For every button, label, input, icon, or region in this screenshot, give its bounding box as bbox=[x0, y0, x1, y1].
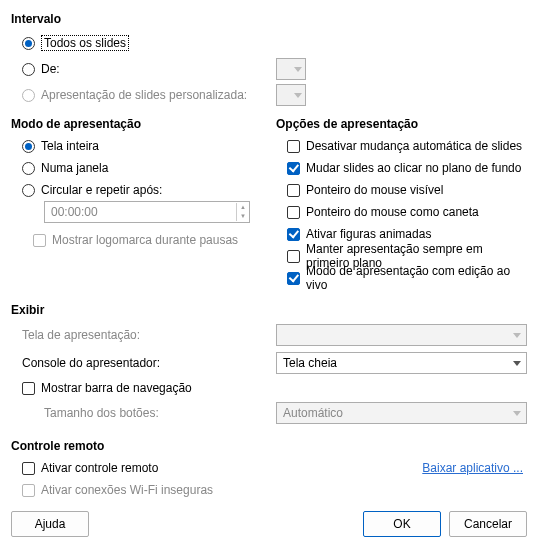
checkbox-pointer-pen[interactable] bbox=[287, 206, 300, 219]
radio-fullscreen-label: Tela inteira bbox=[41, 139, 99, 153]
checkbox-live-edit-label: Modo de apresentação com edição ao vivo bbox=[306, 264, 527, 292]
cancel-button[interactable]: Cancelar bbox=[449, 511, 527, 537]
chevron-down-icon bbox=[294, 93, 302, 98]
download-app-link[interactable]: Baixar aplicativo ... bbox=[422, 461, 523, 475]
checkbox-animated-label: Ativar figuras animadas bbox=[306, 227, 431, 241]
radio-custom bbox=[22, 89, 35, 102]
btnsize-select-value: Automático bbox=[283, 406, 343, 420]
radio-loop[interactable] bbox=[22, 184, 35, 197]
btnsize-select: Automático bbox=[276, 402, 527, 424]
loop-time-spinner[interactable]: 00:00:00 ▲▼ bbox=[44, 201, 250, 223]
checkbox-pointer-pen-label: Ponteiro do mouse como caneta bbox=[306, 205, 479, 219]
section-modo-title: Modo de apresentação bbox=[11, 117, 276, 131]
screen-select bbox=[276, 324, 527, 346]
checkbox-wifi-label: Ativar conexões Wi-Fi inseguras bbox=[41, 483, 213, 497]
checkbox-wifi bbox=[22, 484, 35, 497]
checkbox-logo bbox=[33, 234, 46, 247]
help-button[interactable]: Ajuda bbox=[11, 511, 89, 537]
checkbox-on-top[interactable] bbox=[287, 250, 300, 263]
radio-all-slides-label: Todos os slides bbox=[41, 35, 129, 51]
checkbox-pointer-visible[interactable] bbox=[287, 184, 300, 197]
checkbox-remote[interactable] bbox=[22, 462, 35, 475]
ok-button[interactable]: OK bbox=[363, 511, 441, 537]
checkbox-logo-label: Mostrar logomarca durante pausas bbox=[52, 233, 238, 247]
loop-time-value: 00:00:00 bbox=[51, 205, 98, 219]
radio-window-label: Numa janela bbox=[41, 161, 108, 175]
checkbox-disable-auto[interactable] bbox=[287, 140, 300, 153]
checkbox-click-bg-label: Mudar slides ao clicar no plano de fundo bbox=[306, 161, 521, 175]
spinner-buttons[interactable]: ▲▼ bbox=[236, 203, 249, 221]
checkbox-navbar[interactable] bbox=[22, 382, 35, 395]
from-combo[interactable] bbox=[276, 58, 306, 80]
checkbox-navbar-label: Mostrar barra de navegação bbox=[41, 381, 192, 395]
radio-custom-label: Apresentação de slides personalizada: bbox=[41, 88, 247, 102]
radio-fullscreen[interactable] bbox=[22, 140, 35, 153]
radio-all-slides[interactable] bbox=[22, 37, 35, 50]
checkbox-disable-auto-label: Desativar mudança automática de slides bbox=[306, 139, 522, 153]
radio-from[interactable] bbox=[22, 63, 35, 76]
section-exibir-title: Exibir bbox=[11, 303, 527, 317]
section-opcoes-title: Opções de apresentação bbox=[276, 117, 527, 131]
chevron-down-icon bbox=[513, 361, 521, 366]
console-select[interactable]: Tela cheia bbox=[276, 352, 527, 374]
checkbox-remote-label: Ativar controle remoto bbox=[41, 461, 158, 475]
console-select-value: Tela cheia bbox=[283, 356, 337, 370]
checkbox-click-bg[interactable] bbox=[287, 162, 300, 175]
checkbox-animated[interactable] bbox=[287, 228, 300, 241]
btnsize-label: Tamanho dos botões: bbox=[11, 406, 276, 420]
console-label: Console do apresentador: bbox=[11, 356, 276, 370]
checkbox-pointer-visible-label: Ponteiro do mouse visível bbox=[306, 183, 443, 197]
section-remote-title: Controle remoto bbox=[11, 439, 527, 453]
radio-window[interactable] bbox=[22, 162, 35, 175]
checkbox-live-edit[interactable] bbox=[287, 272, 300, 285]
radio-from-label: De: bbox=[41, 62, 60, 76]
section-intervalo-title: Intervalo bbox=[11, 12, 527, 26]
screen-label: Tela de apresentação: bbox=[11, 328, 276, 342]
chevron-down-icon bbox=[513, 411, 521, 416]
chevron-down-icon bbox=[294, 67, 302, 72]
radio-loop-label: Circular e repetir após: bbox=[41, 183, 162, 197]
chevron-down-icon bbox=[513, 333, 521, 338]
custom-combo bbox=[276, 84, 306, 106]
